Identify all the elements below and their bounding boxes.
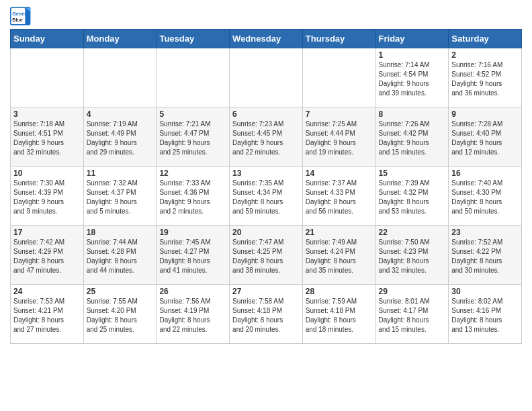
- day-cell: 23Sunrise: 7:52 AM Sunset: 4:22 PM Dayli…: [449, 226, 522, 285]
- day-cell: 22Sunrise: 7:50 AM Sunset: 4:23 PM Dayli…: [375, 226, 449, 285]
- day-number: 26: [159, 287, 226, 296]
- day-info: Sunrise: 7:21 AM Sunset: 4:47 PM Dayligh…: [159, 120, 226, 157]
- day-cell: 12Sunrise: 7:33 AM Sunset: 4:36 PM Dayli…: [157, 167, 230, 226]
- day-info: Sunrise: 7:33 AM Sunset: 4:36 PM Dayligh…: [159, 179, 226, 216]
- weekday-header-monday: Monday: [83, 30, 157, 48]
- day-info: Sunrise: 7:58 AM Sunset: 4:18 PM Dayligh…: [232, 297, 300, 334]
- day-number: 2: [451, 50, 519, 60]
- day-cell: [157, 48, 230, 107]
- day-number: 14: [306, 169, 373, 178]
- day-info: Sunrise: 7:45 AM Sunset: 4:27 PM Dayligh…: [159, 238, 226, 275]
- day-info: Sunrise: 7:50 AM Sunset: 4:23 PM Dayligh…: [379, 238, 446, 275]
- day-cell: 7Sunrise: 7:25 AM Sunset: 4:44 PM Daylig…: [302, 107, 375, 167]
- weekday-header-tuesday: Tuesday: [157, 30, 230, 48]
- week-row-4: 17Sunrise: 7:42 AM Sunset: 4:29 PM Dayli…: [11, 226, 522, 285]
- day-number: 22: [379, 228, 446, 237]
- day-info: Sunrise: 7:16 AM Sunset: 4:52 PM Dayligh…: [451, 60, 519, 98]
- day-cell: [230, 48, 303, 107]
- day-cell: 8Sunrise: 7:26 AM Sunset: 4:42 PM Daylig…: [375, 107, 449, 167]
- svg-text:Blue: Blue: [12, 17, 23, 23]
- day-info: Sunrise: 7:44 AM Sunset: 4:28 PM Dayligh…: [87, 238, 154, 275]
- day-cell: 9Sunrise: 7:28 AM Sunset: 4:40 PM Daylig…: [449, 107, 522, 167]
- day-cell: 25Sunrise: 7:55 AM Sunset: 4:20 PM Dayli…: [83, 285, 157, 344]
- day-info: Sunrise: 7:18 AM Sunset: 4:51 PM Dayligh…: [13, 120, 81, 157]
- day-number: 5: [159, 109, 226, 119]
- day-cell: 5Sunrise: 7:21 AM Sunset: 4:47 PM Daylig…: [157, 107, 230, 167]
- day-cell: 20Sunrise: 7:47 AM Sunset: 4:25 PM Dayli…: [230, 226, 303, 285]
- day-info: Sunrise: 7:39 AM Sunset: 4:32 PM Dayligh…: [379, 179, 446, 216]
- day-number: 12: [159, 169, 226, 178]
- logo: General Blue: [10, 7, 32, 26]
- day-info: Sunrise: 7:55 AM Sunset: 4:20 PM Dayligh…: [87, 297, 154, 334]
- day-cell: 28Sunrise: 7:59 AM Sunset: 4:18 PM Dayli…: [302, 285, 375, 344]
- weekday-header-thursday: Thursday: [302, 30, 375, 48]
- day-number: 7: [306, 109, 373, 119]
- day-cell: [83, 48, 157, 107]
- day-cell: 30Sunrise: 8:02 AM Sunset: 4:16 PM Dayli…: [449, 285, 522, 344]
- day-info: Sunrise: 7:59 AM Sunset: 4:18 PM Dayligh…: [306, 297, 373, 334]
- weekday-header-saturday: Saturday: [449, 30, 522, 48]
- day-info: Sunrise: 7:30 AM Sunset: 4:39 PM Dayligh…: [13, 179, 81, 216]
- day-cell: 27Sunrise: 7:58 AM Sunset: 4:18 PM Dayli…: [230, 285, 303, 344]
- day-info: Sunrise: 7:25 AM Sunset: 4:44 PM Dayligh…: [306, 120, 373, 157]
- day-cell: 6Sunrise: 7:23 AM Sunset: 4:45 PM Daylig…: [230, 107, 303, 167]
- day-info: Sunrise: 7:47 AM Sunset: 4:25 PM Dayligh…: [232, 238, 300, 275]
- weekday-header-sunday: Sunday: [11, 30, 84, 48]
- day-cell: 15Sunrise: 7:39 AM Sunset: 4:32 PM Dayli…: [375, 167, 449, 226]
- day-cell: 16Sunrise: 7:40 AM Sunset: 4:30 PM Dayli…: [449, 167, 522, 226]
- day-info: Sunrise: 7:56 AM Sunset: 4:19 PM Dayligh…: [159, 297, 226, 334]
- day-cell: 11Sunrise: 7:32 AM Sunset: 4:37 PM Dayli…: [83, 167, 157, 226]
- header: General Blue: [10, 7, 522, 26]
- day-number: 4: [87, 109, 154, 119]
- day-number: 29: [379, 287, 446, 296]
- day-info: Sunrise: 7:49 AM Sunset: 4:24 PM Dayligh…: [306, 238, 373, 275]
- day-cell: 13Sunrise: 7:35 AM Sunset: 4:34 PM Dayli…: [230, 167, 303, 226]
- day-cell: 29Sunrise: 8:01 AM Sunset: 4:17 PM Dayli…: [375, 285, 449, 344]
- day-cell: 3Sunrise: 7:18 AM Sunset: 4:51 PM Daylig…: [11, 107, 84, 167]
- day-info: Sunrise: 7:23 AM Sunset: 4:45 PM Dayligh…: [232, 120, 300, 157]
- day-cell: [11, 48, 84, 107]
- weekday-header-friday: Friday: [375, 30, 449, 48]
- day-cell: 19Sunrise: 7:45 AM Sunset: 4:27 PM Dayli…: [157, 226, 230, 285]
- day-cell: [302, 48, 375, 107]
- day-number: 18: [87, 228, 154, 237]
- day-number: 16: [451, 169, 519, 178]
- day-number: 9: [451, 109, 519, 119]
- day-info: Sunrise: 7:40 AM Sunset: 4:30 PM Dayligh…: [451, 179, 519, 216]
- day-number: 23: [451, 228, 519, 237]
- day-cell: 26Sunrise: 7:56 AM Sunset: 4:19 PM Dayli…: [157, 285, 230, 344]
- weekday-header-wednesday: Wednesday: [230, 30, 303, 48]
- day-number: 11: [87, 169, 154, 178]
- day-cell: 18Sunrise: 7:44 AM Sunset: 4:28 PM Dayli…: [83, 226, 157, 285]
- day-info: Sunrise: 7:28 AM Sunset: 4:40 PM Dayligh…: [451, 120, 519, 157]
- week-row-5: 24Sunrise: 7:53 AM Sunset: 4:21 PM Dayli…: [11, 285, 522, 344]
- day-cell: 1Sunrise: 7:14 AM Sunset: 4:54 PM Daylig…: [375, 48, 449, 107]
- day-info: Sunrise: 7:26 AM Sunset: 4:42 PM Dayligh…: [379, 120, 446, 157]
- day-info: Sunrise: 7:53 AM Sunset: 4:21 PM Dayligh…: [13, 297, 81, 334]
- day-number: 8: [379, 109, 446, 119]
- day-info: Sunrise: 8:01 AM Sunset: 4:17 PM Dayligh…: [379, 297, 446, 334]
- day-number: 17: [13, 228, 81, 237]
- day-info: Sunrise: 8:02 AM Sunset: 4:16 PM Dayligh…: [451, 297, 519, 334]
- day-number: 28: [306, 287, 373, 296]
- day-number: 25: [87, 287, 154, 296]
- week-row-1: 1Sunrise: 7:14 AM Sunset: 4:54 PM Daylig…: [11, 48, 522, 107]
- day-number: 20: [232, 228, 300, 237]
- day-info: Sunrise: 7:35 AM Sunset: 4:34 PM Dayligh…: [232, 179, 300, 216]
- day-cell: 21Sunrise: 7:49 AM Sunset: 4:24 PM Dayli…: [302, 226, 375, 285]
- calendar: SundayMondayTuesdayWednesdayThursdayFrid…: [10, 29, 522, 344]
- day-number: 1: [379, 50, 446, 60]
- day-cell: 10Sunrise: 7:30 AM Sunset: 4:39 PM Dayli…: [11, 167, 84, 226]
- day-info: Sunrise: 7:14 AM Sunset: 4:54 PM Dayligh…: [379, 60, 446, 98]
- day-info: Sunrise: 7:37 AM Sunset: 4:33 PM Dayligh…: [306, 179, 373, 216]
- day-info: Sunrise: 7:42 AM Sunset: 4:29 PM Dayligh…: [13, 238, 81, 275]
- day-info: Sunrise: 7:19 AM Sunset: 4:49 PM Dayligh…: [87, 120, 154, 157]
- day-number: 15: [379, 169, 446, 178]
- day-number: 3: [13, 109, 81, 119]
- day-info: Sunrise: 7:32 AM Sunset: 4:37 PM Dayligh…: [87, 179, 154, 216]
- day-number: 21: [306, 228, 373, 237]
- day-cell: 17Sunrise: 7:42 AM Sunset: 4:29 PM Dayli…: [11, 226, 84, 285]
- day-number: 30: [451, 287, 519, 296]
- logo-icon: General Blue: [10, 7, 32, 26]
- weekday-header-row: SundayMondayTuesdayWednesdayThursdayFrid…: [11, 30, 522, 48]
